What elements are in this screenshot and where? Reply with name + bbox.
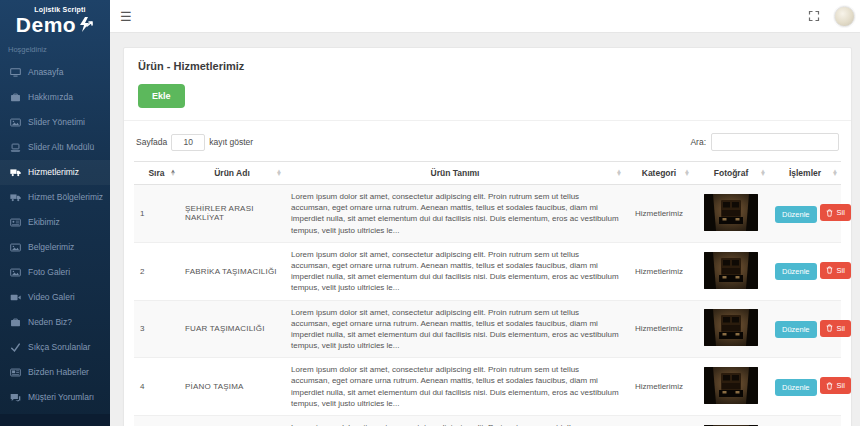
image-icon [9, 117, 21, 128]
sidebar-item-label: Ekibimiz [28, 217, 60, 228]
column-label: Sıra [148, 168, 164, 178]
laptop-icon [9, 142, 21, 153]
add-button[interactable]: Ekle [138, 84, 185, 108]
sidebar-item-hizmetlerimiz[interactable]: Hizmetlerimiz [0, 160, 110, 185]
sidebar-footer [0, 414, 110, 426]
delete-button[interactable]: Sil [820, 204, 851, 221]
newspaper-icon [9, 367, 21, 378]
briefcase-icon [9, 317, 21, 328]
sidebar-item-belgelerimiz[interactable]: Belgelerimiz [0, 235, 110, 260]
sidebar-item-label: Video Galeri [28, 292, 75, 303]
sidebar-item-hakk-m-zda[interactable]: Hakkımızda [0, 85, 110, 110]
column-label: Ürün Adı [214, 168, 250, 178]
sidebar-item-label: Sıkça Sorulanlar [28, 342, 90, 353]
table-row: 3FUAR TAŞIMACILIĞILorem ipsum dolor sit … [134, 300, 841, 358]
sidebar-item-anasayfa[interactable]: Anasayfa [0, 60, 110, 85]
edit-button[interactable]: Düzenle [775, 263, 817, 280]
column-header-i-lemler[interactable]: İşlemler▲▼ [769, 162, 841, 185]
column-header-r-n-tan-m[interactable]: Ürün Tanımı▲▼ [285, 162, 625, 185]
video-icon [9, 292, 21, 303]
sidebar-item-label: Foto Galeri [28, 267, 70, 278]
sidebar-item-ekibimiz[interactable]: Ekibimiz [0, 210, 110, 235]
sidebar-item-label: Belgelerimiz [28, 242, 74, 253]
sort-icon: ▲▼ [832, 170, 838, 177]
cell-order: 4 [134, 358, 179, 416]
sidebar-item-label: Neden Biz? [28, 317, 72, 328]
cell-category: Hizmetlerimiz [625, 358, 693, 416]
table-row: 1ŞEHİRLER ARASI NAKLİYATLorem ipsum dolo… [134, 185, 841, 243]
hamburger-icon[interactable]: ☰ [120, 10, 132, 23]
cell-category: Hizmetlerimiz [625, 185, 693, 243]
column-label: İşlemler [789, 168, 821, 178]
sidebar-item-slider-y-netimi[interactable]: Slider Yönetimi [0, 110, 110, 135]
truck-photo [704, 194, 758, 231]
page-length-input[interactable] [171, 134, 205, 151]
cell-product-description: Lorem ipsum dolor sit amet, consectetur … [285, 416, 625, 426]
sort-icon: ▲▼ [616, 170, 622, 177]
cell-product-name: FUAR TAŞIMACILIĞI [179, 300, 285, 358]
page-length-control: Sayfada kayıt göster [136, 134, 253, 151]
sidebar-item-s-k-a-sorulanlar[interactable]: Sıkça Sorulanlar [0, 335, 110, 360]
cell-actions: DüzenleSil [769, 358, 841, 416]
sidebar-item-m-teri-yorumlar[interactable]: Müşteri Yorumları [0, 385, 110, 410]
sidebar-item-label: Anasayfa [28, 67, 63, 78]
cell-product-description: Lorem ipsum dolor sit amet, consectetur … [285, 242, 625, 300]
column-header-kategori[interactable]: Kategori▲▼ [625, 162, 693, 185]
cell-actions: DüzenleSil [769, 300, 841, 358]
trash-icon [826, 382, 833, 390]
user-avatar[interactable] [834, 6, 855, 27]
truck-photo [704, 367, 758, 404]
card-panel: Ürün - Hizmetlerimiz Ekle Sayfada kayıt … [123, 47, 852, 426]
cell-category: Hizmetlerimiz [625, 300, 693, 358]
sidebar-item-foto-galeri[interactable]: Foto Galeri [0, 260, 110, 285]
sidebar-item-label: Bizden Haberler [28, 367, 89, 378]
column-header-foto-raf[interactable]: Fotoğraf▲▼ [693, 162, 769, 185]
edit-button[interactable]: Düzenle [775, 206, 817, 223]
edit-button[interactable]: Düzenle [775, 321, 817, 338]
column-label: Fotoğraf [714, 168, 748, 178]
cell-product-description: Lorem ipsum dolor sit amet, consectetur … [285, 185, 625, 243]
delete-button[interactable]: Sil [820, 262, 851, 279]
sidebar-item-bizden-haberler[interactable]: Bizden Haberler [0, 360, 110, 385]
cell-photo [693, 416, 769, 426]
edit-button[interactable]: Düzenle [775, 379, 817, 396]
cell-order: 5 [134, 416, 179, 426]
sidebar-item-label: Slider Yönetimi [28, 117, 85, 128]
cell-photo [693, 242, 769, 300]
sidebar-item-neden-biz[interactable]: Neden Biz? [0, 310, 110, 335]
column-header-s-ra[interactable]: Sıra▲▼ [134, 162, 179, 185]
sidebar-item-label: Hizmetlerimiz [28, 167, 79, 178]
sidebar-item-slider-alt-mod-l[interactable]: Slider Altı Modülü [0, 135, 110, 160]
cell-actions: DüzenleSil [769, 185, 841, 243]
lightning-arrow-icon [78, 16, 94, 34]
cell-order: 2 [134, 242, 179, 300]
image-icon [9, 242, 21, 253]
delete-label: Sil [837, 324, 845, 333]
search-input[interactable] [711, 133, 839, 151]
monitor-icon [9, 67, 21, 78]
app-window: Lojistik Scripti Demo Hoşgeldiniz Anasay… [0, 0, 860, 426]
sidebar-item-label: Hizmet Bölgelerimiz [28, 192, 103, 203]
delete-label: Sil [837, 381, 845, 390]
column-label: Kategori [642, 168, 676, 178]
card-header: Ürün - Hizmetlerimiz Ekle [124, 48, 851, 121]
table-body: 1ŞEHİRLER ARASI NAKLİYATLorem ipsum dolo… [134, 185, 841, 426]
comments-icon [9, 392, 21, 403]
sidebar-item-video-galeri[interactable]: Video Galeri [0, 285, 110, 310]
cell-photo [693, 185, 769, 243]
cell-category: Hizmetlerimiz [625, 242, 693, 300]
fullscreen-icon[interactable] [808, 10, 820, 22]
sidebar-item-hizmet-b-lgelerimiz[interactable]: Hizmet Bölgelerimiz [0, 185, 110, 210]
truck-photo [704, 309, 758, 346]
column-header-r-n-ad[interactable]: Ürün Adı▲▼ [179, 162, 285, 185]
delete-label: Sil [837, 266, 845, 275]
welcome-text: Hoşgeldiniz [0, 39, 110, 58]
image-icon [9, 267, 21, 278]
page-title: Ürün - Hizmetlerimiz [138, 60, 837, 72]
delete-button[interactable]: Sil [820, 320, 851, 337]
delete-button[interactable]: Sil [820, 377, 851, 394]
truck-photo [704, 252, 758, 289]
sort-icon: ▲▼ [760, 170, 766, 177]
logo[interactable]: Lojistik Scripti Demo [0, 0, 110, 39]
briefcase-icon [9, 92, 21, 103]
